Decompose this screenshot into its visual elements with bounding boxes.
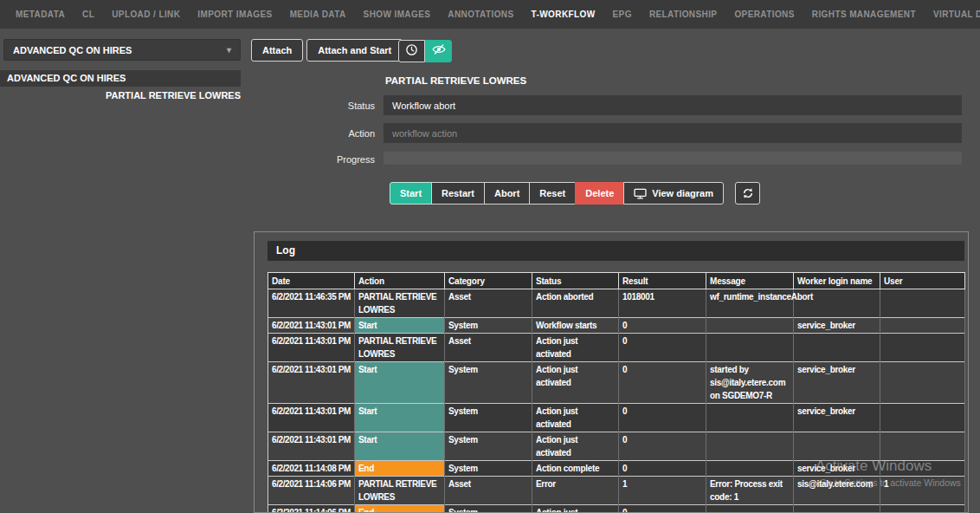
delete-button[interactable]: Delete bbox=[575, 182, 624, 205]
cell-date: 6/2/2021 11:14:06 PM bbox=[268, 505, 355, 513]
cell-user bbox=[880, 461, 965, 477]
attach-button[interactable]: Attach bbox=[251, 39, 303, 62]
action-field[interactable] bbox=[384, 123, 962, 143]
eye-slash-icon bbox=[432, 43, 446, 59]
cell-result: 1 bbox=[619, 477, 706, 505]
cell-message: Error: Process exit code: 1 bbox=[706, 477, 794, 505]
workflow-title: PARTIAL RETRIEVE LOWRES bbox=[385, 75, 526, 86]
cell-user: 1 bbox=[880, 477, 965, 505]
nav-item-rights-management[interactable]: RIGHTS MANAGEMENT bbox=[803, 10, 925, 19]
cell-message bbox=[706, 334, 794, 362]
nav-item-media-data[interactable]: MEDIA DATA bbox=[281, 10, 355, 19]
view-diagram-button[interactable]: View diagram bbox=[623, 182, 724, 205]
refresh-button[interactable] bbox=[735, 182, 760, 205]
status-label: Status bbox=[306, 101, 375, 111]
nav-item-t-workflow[interactable]: T-WORKFLOW bbox=[523, 10, 604, 19]
cell-status: Action just activated bbox=[532, 362, 619, 404]
cell-result: 1018001 bbox=[619, 289, 706, 318]
cell-result: 0 bbox=[619, 505, 706, 513]
cell-status: Action just activated bbox=[532, 404, 619, 432]
cell-worker: service_broker bbox=[794, 362, 880, 404]
cell-result: 0 bbox=[619, 404, 706, 432]
nav-item-import-images[interactable]: IMPORT IMAGES bbox=[189, 10, 280, 19]
cell-user bbox=[880, 362, 965, 404]
cell-message bbox=[706, 432, 794, 461]
monitor-icon bbox=[634, 188, 647, 199]
cell-action: Start bbox=[355, 432, 445, 461]
cell-category: System bbox=[445, 505, 532, 513]
cell-worker bbox=[794, 505, 880, 513]
cell-action: PARTIAL RETRIEVE LOWRES bbox=[355, 477, 445, 505]
cell-user bbox=[880, 334, 965, 362]
nav-item-upload-link[interactable]: UPLOAD / LINK bbox=[103, 10, 189, 19]
table-row: 6/2/2021 11:43:01 PMPARTIAL RETRIEVE LOW… bbox=[268, 334, 965, 362]
cell-user bbox=[880, 432, 965, 461]
cell-user bbox=[880, 505, 965, 513]
hide-log-button[interactable] bbox=[425, 40, 452, 62]
cell-worker: service_broker bbox=[794, 461, 880, 477]
cell-result: 0 bbox=[619, 461, 706, 477]
cell-result: 0 bbox=[619, 362, 706, 404]
attach-and-start-button[interactable]: Attach and Start bbox=[306, 39, 403, 62]
table-row: 6/2/2021 11:14:06 PMEndSystemAction just… bbox=[268, 505, 965, 513]
cell-status: Action just activated bbox=[532, 432, 619, 461]
sidebar-item-partial-retrieve-lowres[interactable]: PARTIAL RETRIEVE LOWRES bbox=[0, 90, 241, 101]
log-panel: Log DateActionCategoryStatusResultMessag… bbox=[254, 231, 969, 513]
cell-category: System bbox=[445, 318, 532, 334]
nav-item-cl[interactable]: CL bbox=[74, 10, 103, 19]
log-table: DateActionCategoryStatusResultMessageWor… bbox=[268, 272, 965, 513]
column-header-date: Date bbox=[268, 273, 355, 289]
log-panel-title: Log bbox=[268, 241, 964, 261]
nav-item-metadata[interactable]: METADATA bbox=[7, 10, 74, 19]
cell-worker: sis@italy.etere.com bbox=[794, 477, 880, 505]
column-header-result: Result bbox=[619, 273, 706, 289]
nav-item-virtual-documents[interactable]: VIRTUAL DOCUMENTS bbox=[925, 10, 980, 19]
status-field[interactable] bbox=[384, 95, 962, 115]
reset-button[interactable]: Reset bbox=[529, 182, 576, 205]
cell-result: 0 bbox=[619, 318, 706, 334]
cell-date: 6/2/2021 11:43:01 PM bbox=[268, 404, 355, 432]
cell-action: PARTIAL RETRIEVE LOWRES bbox=[355, 334, 445, 362]
nav-item-annotations[interactable]: ANNOTATIONS bbox=[439, 10, 522, 19]
nav-item-show-images[interactable]: SHOW IMAGES bbox=[355, 10, 440, 19]
start-button[interactable]: Start bbox=[390, 182, 432, 205]
cell-status: Action just activated bbox=[532, 334, 619, 362]
workflow-select-value: ADVANCED QC ON HIRES bbox=[13, 45, 132, 55]
cell-status: Workflow starts bbox=[532, 318, 619, 334]
chevron-down-icon: ▾ bbox=[227, 45, 231, 55]
table-row: 6/2/2021 11:43:01 PMStartSystemAction ju… bbox=[268, 404, 965, 432]
history-clock-button[interactable] bbox=[398, 40, 425, 62]
table-row: 6/2/2021 11:43:01 PMStartSystemWorkflow … bbox=[268, 318, 965, 334]
cell-date: 6/2/2021 11:43:01 PM bbox=[268, 362, 355, 404]
workflow-actions: Start Restart Abort Reset Delete View di… bbox=[390, 182, 760, 205]
cell-category: System bbox=[445, 432, 532, 461]
cell-message: wf_runtime_instanceAbort bbox=[706, 289, 794, 318]
nav-item-operations[interactable]: OPERATIONS bbox=[725, 10, 803, 19]
cell-message bbox=[706, 505, 794, 513]
cell-action: End bbox=[355, 461, 445, 477]
cell-category: System bbox=[445, 461, 532, 477]
cell-worker: service_broker bbox=[794, 318, 880, 334]
cell-date: 6/2/2021 11:43:01 PM bbox=[268, 334, 355, 362]
abort-button[interactable]: Abort bbox=[484, 182, 530, 205]
cell-date: 6/2/2021 11:14:06 PM bbox=[268, 477, 355, 505]
restart-button[interactable]: Restart bbox=[431, 182, 485, 205]
cell-message: started by sis@italy.etere.com on SGDEMO… bbox=[706, 362, 794, 404]
cell-action: Start bbox=[355, 404, 445, 432]
workflow-select[interactable]: ADVANCED QC ON HIRES ▾ bbox=[3, 39, 241, 61]
attach-toolbar: Attach Attach and Start bbox=[251, 39, 403, 62]
table-row: 6/2/2021 11:43:01 PMStartSystemAction ju… bbox=[268, 432, 965, 461]
log-table-header-row: DateActionCategoryStatusResultMessageWor… bbox=[268, 273, 965, 289]
cell-category: Asset bbox=[445, 477, 532, 505]
column-header-category: Category bbox=[445, 273, 532, 289]
table-row: 6/2/2021 11:43:01 PMStartSystemAction ju… bbox=[268, 362, 965, 404]
column-header-action: Action bbox=[355, 273, 445, 289]
column-header-worker-login-name: Worker login name bbox=[794, 273, 880, 289]
cell-worker: service_broker bbox=[794, 404, 880, 432]
cell-action: Start bbox=[355, 318, 445, 334]
progress-label: Progress bbox=[306, 154, 375, 165]
cell-action: End bbox=[355, 505, 445, 513]
nav-item-relationship[interactable]: RELATIONSHIP bbox=[641, 10, 726, 19]
nav-item-epg[interactable]: EPG bbox=[604, 10, 641, 19]
cell-status: Action aborted bbox=[532, 289, 619, 318]
